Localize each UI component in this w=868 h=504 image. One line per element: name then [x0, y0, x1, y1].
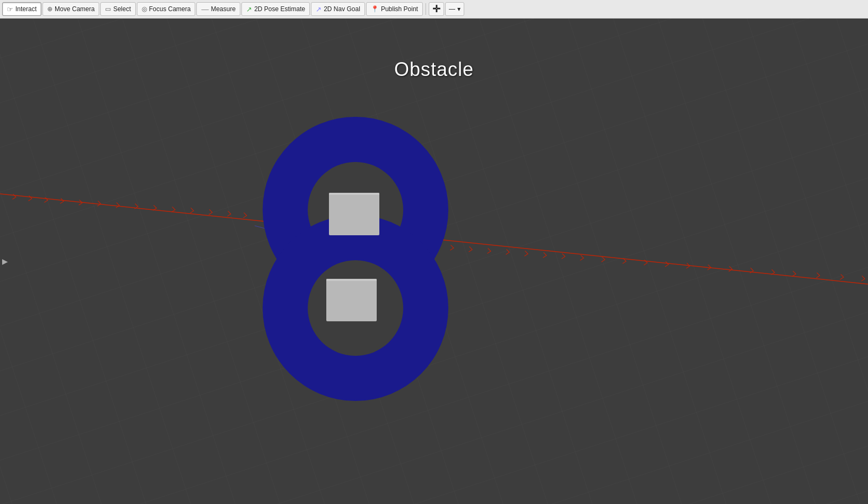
add-button[interactable]: ✛ — [429, 2, 444, 16]
select-label: Select — [113, 5, 131, 13]
dropdown-icon: ▾ — [457, 5, 461, 13]
interact-button[interactable]: Interact — [2, 2, 41, 16]
publish-point-button[interactable]: Publish Point — [366, 2, 423, 16]
focus-camera-label: Focus Camera — [149, 5, 191, 13]
select-button[interactable]: Select — [100, 2, 135, 16]
hand-icon — [7, 5, 13, 13]
pose-icon — [246, 5, 252, 13]
svg-rect-11 — [326, 279, 377, 281]
pose-estimate-button[interactable]: 2D Pose Estimate — [241, 2, 310, 16]
nav-goal-label: 2D Nav Goal — [324, 5, 360, 13]
svg-rect-8 — [329, 193, 379, 235]
viewport[interactable]: Obstacle ▶ — [0, 19, 868, 504]
measure-label: Measure — [211, 5, 236, 13]
camera-icon — [47, 5, 53, 13]
interact-label: Interact — [15, 5, 37, 13]
pose-estimate-label: 2D Pose Estimate — [254, 5, 305, 13]
nav-goal-button[interactable]: 2D Nav Goal — [311, 2, 365, 16]
view-toggle-button[interactable]: — ▾ — [445, 2, 464, 16]
scene-svg — [0, 19, 868, 504]
measure-button[interactable]: Measure — [196, 2, 240, 16]
left-edge-indicator: ▶ — [2, 257, 8, 266]
measure-icon — [201, 5, 209, 13]
plus-icon: ✛ — [432, 3, 440, 15]
publish-point-label: Publish Point — [381, 5, 418, 13]
svg-rect-10 — [329, 193, 379, 195]
toolbar: Interact Move Camera Select Focus Camera… — [0, 0, 868, 19]
publish-icon — [371, 5, 379, 13]
navgoal-icon — [316, 5, 322, 13]
svg-rect-9 — [326, 279, 377, 321]
select-icon — [105, 5, 111, 13]
minus-icon: — — [449, 5, 455, 13]
focus-camera-button[interactable]: Focus Camera — [137, 2, 196, 16]
move-camera-label: Move Camera — [55, 5, 94, 13]
focus-icon — [142, 5, 147, 13]
toolbar-separator — [426, 3, 426, 15]
move-camera-button[interactable]: Move Camera — [42, 2, 99, 16]
